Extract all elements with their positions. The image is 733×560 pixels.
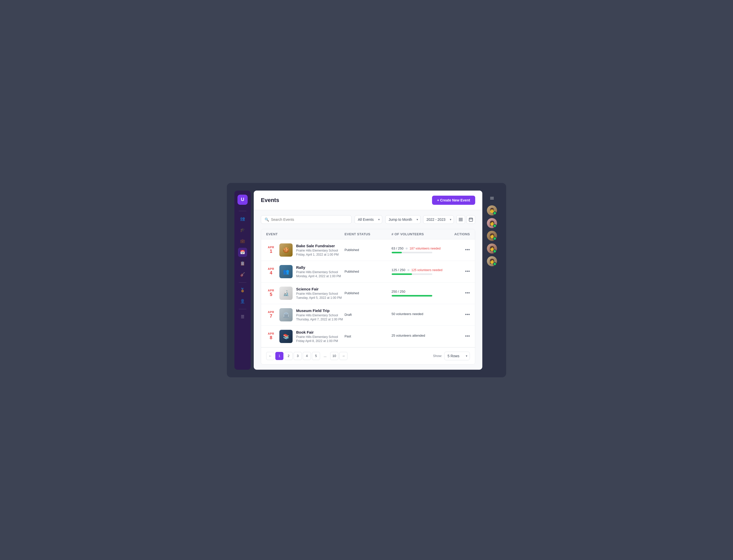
event-cell: APR 7 🏛️ Museum Field Trip Prairie Hills… [266, 308, 345, 321]
col-actions: Actions [450, 232, 470, 236]
volunteers-cell: 50 volunteers needed [391, 312, 450, 317]
sidebar-item-calendar[interactable]: 📅 [238, 248, 247, 257]
event-date: APR 1 [266, 246, 276, 254]
toolbar-right: Jump to Month January February March Apr… [385, 215, 475, 224]
event-cell: APR 4 👥 Rally Prairie Hills Elementary S… [266, 265, 345, 278]
page-next-button[interactable]: → [339, 352, 348, 360]
actions-menu-button[interactable]: ••• [450, 247, 470, 253]
sidebar-item-menu[interactable]: ☰ [238, 312, 247, 321]
event-day: 1 [266, 249, 276, 254]
rows-select: Show: 5 Rows 10 Rows 25 Rows 50 Rows [433, 352, 470, 360]
rows-dropdown[interactable]: 5 Rows 10 Rows 25 Rows 50 Rows [444, 352, 470, 360]
event-month: APR [266, 332, 276, 335]
actions-menu-button[interactable]: ••• [450, 290, 470, 296]
page-button-4[interactable]: 4 [303, 352, 311, 360]
volunteer-count: 250 / 250 [391, 290, 450, 293]
event-school: Prairie Hills Elementary School [296, 335, 338, 339]
page-button-10[interactable]: 10 [330, 352, 338, 360]
event-cell: APR 1 🍪 Bake Sale Fundraiser Prairie Hil… [266, 243, 345, 257]
sidebar-item-briefcase[interactable]: 💼 [238, 237, 247, 246]
sidebar-item-user-profile[interactable]: 👤 [238, 297, 247, 306]
search-input[interactable] [271, 217, 348, 222]
event-name: Bake Sale Fundraiser [296, 244, 339, 248]
avatar-1[interactable]: 👨 [487, 205, 497, 215]
app-logo[interactable]: U [238, 195, 248, 205]
event-name: Museum Field Trip [296, 308, 343, 313]
event-month: APR [266, 246, 276, 249]
page-button-3[interactable]: 3 [294, 352, 302, 360]
main-content: Events + Create New Event 🔍 All Events P… [254, 191, 482, 370]
page-header: Events + Create New Event [254, 191, 482, 210]
avatar-2[interactable]: 👩 [487, 218, 497, 228]
volunteers-cell: 25 volunteers attended [391, 334, 450, 339]
filter-select[interactable]: All Events Published Draft Past [355, 215, 382, 224]
sidebar-item-graduation[interactable]: 🎓 [238, 225, 247, 235]
page-navigation: ← 1 2 3 4 5 ... 10 → [266, 352, 348, 360]
actions-cell: ••• [450, 334, 470, 339]
page-prev-button[interactable]: ← [266, 352, 274, 360]
toolbar: 🔍 All Events Published Draft Past Jump t… [261, 215, 475, 224]
event-datetime: Tuesday, April 5, 2022 at 1:00 PM [296, 296, 342, 300]
event-info: Museum Field Trip Prairie Hills Elementa… [296, 308, 343, 321]
event-datetime: Thursday, April 7, 2022 at 1:00 PM [296, 318, 343, 321]
table-row: APR 1 🍪 Bake Sale Fundraiser Prairie Hil… [261, 239, 475, 261]
avatar-4[interactable]: 👩 [487, 243, 497, 254]
event-month: APR [266, 310, 276, 314]
actions-menu-button[interactable]: ••• [450, 312, 470, 317]
event-school: Prairie Hills Elementary School [296, 249, 339, 252]
page-button-1[interactable]: 1 [275, 352, 284, 360]
sidebar-item-list[interactable]: 📋 [238, 259, 247, 268]
volunteer-count: 63 / 250 187 volunteers needed [391, 246, 450, 250]
status-badge: Draft [345, 313, 391, 317]
progress-bar-fill [391, 273, 412, 275]
table-row: APR 8 📚 Book Fair Prairie Hills Elementa… [261, 326, 475, 347]
page-button-2[interactable]: 2 [285, 352, 293, 360]
event-name: Rally [296, 265, 341, 270]
sidebar-item-badge[interactable]: 🏅 [238, 286, 247, 295]
calendar-view-button[interactable] [466, 215, 475, 224]
event-cell: APR 5 🔬 Science Fair Prairie Hills Eleme… [266, 287, 345, 300]
sidebar-item-people[interactable]: 👥 [238, 214, 247, 223]
filter-wrapper: All Events Published Draft Past [355, 215, 382, 224]
event-name: Science Fair [296, 287, 342, 291]
sidebar-item-guitar[interactable]: 🎸 [238, 270, 247, 279]
event-thumbnail: 👥 [280, 265, 293, 278]
view-icons [456, 215, 475, 224]
sidebar-divider-2 [239, 282, 246, 283]
progress-bar-bg [391, 295, 432, 297]
progress-bar-fill [391, 295, 432, 297]
dot-separator [407, 269, 409, 271]
dot-separator [405, 247, 407, 250]
table-row: APR 5 🔬 Science Fair Prairie Hills Eleme… [261, 283, 475, 304]
event-date: APR 7 [266, 310, 276, 319]
svg-rect-3 [469, 218, 473, 221]
actions-menu-button[interactable]: ••• [450, 334, 470, 339]
event-thumbnail: 🍪 [280, 243, 293, 257]
jump-month-select[interactable]: Jump to Month January February March Apr… [385, 215, 420, 224]
event-day: 7 [266, 314, 276, 319]
svg-rect-1 [459, 219, 463, 220]
event-name: Book Fair [296, 330, 338, 334]
table-row: APR 4 👥 Rally Prairie Hills Elementary S… [261, 261, 475, 283]
event-datetime: Monday, April 4, 2022 at 1:00 PM [296, 274, 341, 278]
status-badge: Past [345, 334, 391, 338]
event-month: APR [266, 289, 276, 292]
avatar-5[interactable]: 👩 [487, 256, 497, 266]
sidebar: U 👥 🎓 💼 📅 📋 🎸 🏅 👤 ☰ [235, 191, 251, 370]
page-button-5[interactable]: 5 [312, 352, 320, 360]
event-school: Prairie Hills Elementary School [296, 292, 342, 295]
page-title: Events [261, 197, 279, 204]
avatar-3[interactable]: 👩 [487, 231, 497, 241]
actions-menu-button[interactable]: ••• [450, 269, 470, 274]
table-row: APR 7 🏛️ Museum Field Trip Prairie Hills… [261, 304, 475, 326]
status-badge: Published [345, 270, 391, 273]
event-school: Prairie Hills Elementary School [296, 270, 341, 274]
right-menu-icon[interactable] [487, 194, 496, 203]
event-thumbnail: 🔬 [280, 287, 293, 300]
svg-rect-2 [459, 221, 463, 221]
list-view-button[interactable] [456, 215, 465, 224]
volunteers-cell: 125 / 250 125 volunteers needed [391, 268, 450, 275]
event-datetime: Friday, April 1, 2022 at 1:00 PM [296, 253, 339, 256]
year-select[interactable]: 2022 - 2023 2021 - 2022 2023 - 2024 [423, 215, 454, 224]
create-event-button[interactable]: + Create New Event [432, 196, 475, 205]
